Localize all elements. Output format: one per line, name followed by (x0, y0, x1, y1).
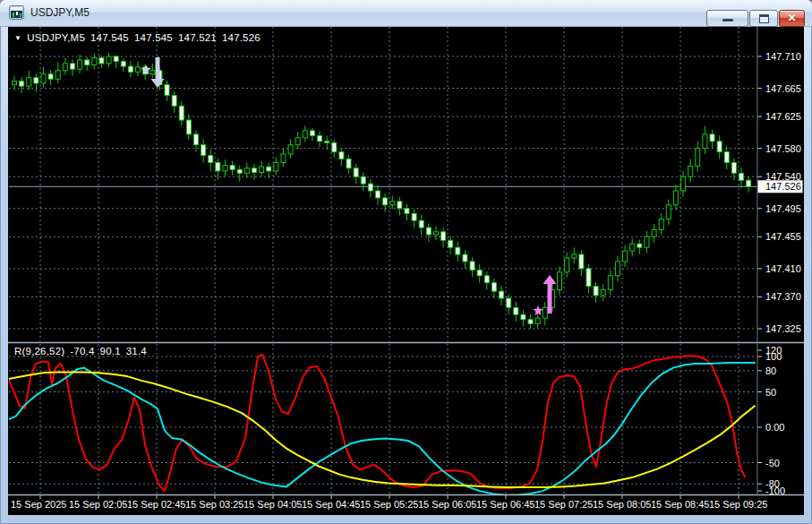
candle-body (368, 184, 372, 191)
candle-body (85, 60, 90, 65)
candle-body (696, 149, 700, 167)
candle-body (186, 120, 191, 134)
candle-body (383, 198, 388, 205)
price-tick-label[interactable]: 147.710 (765, 51, 801, 62)
price-tick-label[interactable]: 147.410 (765, 263, 801, 274)
time-axis-label[interactable]: 15 Sep 06:45 (476, 499, 534, 510)
candle-body (572, 254, 577, 258)
price-tick-label[interactable]: 147.495 (765, 203, 801, 214)
candle-body (114, 56, 118, 62)
candle-body (136, 67, 141, 73)
candle-body (230, 166, 235, 170)
candle-body (419, 220, 423, 228)
candle-body (99, 58, 104, 64)
time-axis-label[interactable]: 15 Sep 08:45 (651, 499, 709, 510)
candle-body (659, 219, 663, 230)
candle-body (121, 62, 125, 67)
candle-body (376, 191, 380, 198)
candle-body (310, 131, 314, 136)
candle-body (565, 258, 569, 272)
candle-body (449, 240, 453, 247)
price-tick-label[interactable]: 147.455 (765, 231, 801, 242)
candle-body (731, 162, 736, 173)
price-tick-label[interactable]: 147.325 (765, 323, 801, 334)
indicator-tick-label[interactable]: 80 (765, 365, 776, 376)
candle-body (477, 270, 482, 275)
candle-body (252, 168, 256, 173)
time-axis-label[interactable]: 15 Sep 09:25 (709, 499, 767, 510)
candle-body (724, 152, 729, 163)
time-axis-label[interactable]: 15 Sep 02:45 (127, 499, 185, 510)
candle-body (13, 82, 17, 85)
time-axis-label[interactable]: 15 Sep 04:45 (302, 499, 360, 510)
price-tick-label[interactable]: 147.665 (765, 83, 801, 94)
indicator-tick-label[interactable]: 50 (765, 387, 776, 398)
candle-body (78, 60, 82, 69)
candle-body (332, 142, 337, 151)
candle-body (594, 287, 598, 296)
candle-body (630, 244, 635, 251)
candle-body (150, 71, 155, 74)
candle-body (500, 291, 504, 298)
candle-body (281, 154, 286, 162)
candle-body (688, 166, 693, 176)
candle-body (397, 202, 402, 209)
candle-body (92, 58, 97, 65)
candle-body (623, 251, 628, 262)
indicator-tick-label[interactable]: 100 (765, 351, 782, 362)
candle-body (456, 247, 460, 254)
candle-body (201, 145, 206, 156)
time-axis-label[interactable]: 15 Sep 07:25 (534, 499, 593, 510)
candle-body (717, 142, 722, 152)
time-axis-label[interactable]: 15 Sep 05:25 (360, 499, 418, 510)
price-tick-label[interactable]: 147.580 (765, 143, 801, 154)
candle-body (652, 229, 656, 236)
candle-body (491, 283, 496, 291)
candle-body (586, 269, 591, 287)
time-axis-label[interactable]: 15 Sep 03:25 (185, 499, 244, 510)
candle-body (48, 74, 53, 80)
candle-body (484, 276, 489, 283)
minimize-icon (722, 19, 733, 21)
candle-body (426, 228, 431, 235)
close-icon: ✕ (780, 12, 804, 24)
close-button[interactable]: ✕ (779, 10, 805, 27)
price-tick-label[interactable]: 147.370 (765, 291, 801, 302)
time-axis-label[interactable]: 15 Sep 08:05 (593, 499, 651, 510)
time-axis-label[interactable]: 15 Sep 02:05 (69, 499, 127, 510)
minimize-button[interactable] (706, 10, 748, 27)
candle-body (637, 244, 642, 247)
candle-body (463, 254, 467, 262)
time-axis-label[interactable]: 15 Sep 2025 (11, 499, 66, 510)
restore-button[interactable] (749, 10, 778, 27)
candle-body (20, 82, 24, 87)
candle-body (295, 138, 300, 145)
candle-body (70, 64, 74, 69)
indicator-tick-label[interactable]: -50 (765, 458, 780, 468)
current-price-label: 147.526 (765, 181, 801, 192)
chart-canvas[interactable]: 147.710147.665147.625147.580147.540147.4… (0, 0, 812, 524)
candle-body (354, 168, 358, 176)
candle-body (521, 314, 526, 320)
candle-body (107, 56, 111, 64)
candle-body (34, 78, 38, 83)
candle-body (339, 152, 344, 159)
candle-body (237, 169, 242, 173)
window-title: USDJPY,M5 (30, 6, 90, 19)
price-tick-label[interactable]: 147.625 (765, 111, 801, 122)
candle-body (216, 162, 220, 170)
candle-body (528, 320, 533, 324)
candle-body (514, 307, 518, 314)
title-bar[interactable]: USDJPY,M5 ✕ (0, 0, 812, 27)
time-axis-label[interactable]: 15 Sep 04:05 (244, 499, 302, 510)
candle-body (267, 167, 271, 171)
candle-body (470, 262, 474, 270)
candle-body (128, 66, 132, 72)
candle-body (274, 162, 278, 170)
chart-window-icon (9, 5, 24, 20)
candle-body (303, 131, 307, 138)
candle-body (601, 290, 605, 296)
indicator-tick-label[interactable]: 0.00 (765, 422, 784, 433)
time-axis-label[interactable]: 15 Sep 06:05 (418, 499, 476, 510)
candle-body (361, 176, 365, 184)
